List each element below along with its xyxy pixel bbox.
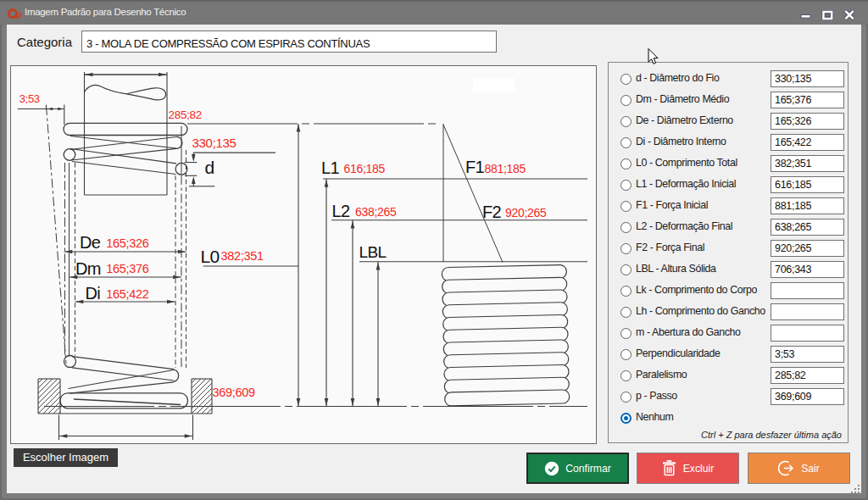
svg-text:165;326: 165;326 (106, 236, 149, 250)
svg-text:d: d (205, 158, 214, 177)
svg-text:L0: L0 (201, 247, 220, 266)
svg-text:L2: L2 (332, 202, 351, 220)
svg-text:p: p (16, 9, 22, 19)
svg-text:382;351: 382;351 (220, 249, 264, 263)
svg-text:616;185: 616;185 (344, 162, 386, 175)
svg-text:165;376: 165;376 (106, 262, 149, 275)
svg-text:285;82: 285;82 (169, 108, 203, 121)
svg-text:De: De (80, 233, 101, 252)
svg-text:881;185: 881;185 (485, 162, 526, 175)
svg-text:920;265: 920;265 (505, 206, 547, 219)
svg-text:165;422: 165;422 (106, 287, 149, 301)
svg-text:F1: F1 (465, 158, 485, 176)
svg-text:LBL: LBL (359, 243, 387, 261)
svg-text:369;609: 369;609 (213, 386, 256, 399)
svg-text:638;265: 638;265 (355, 205, 397, 219)
svg-text:L1: L1 (321, 158, 340, 177)
svg-text:Di: Di (86, 284, 101, 303)
svg-text:330;135: 330;135 (192, 136, 236, 150)
svg-text:Dm: Dm (75, 259, 101, 278)
svg-text:3;53: 3;53 (19, 92, 40, 105)
svg-text:F2: F2 (482, 203, 502, 221)
